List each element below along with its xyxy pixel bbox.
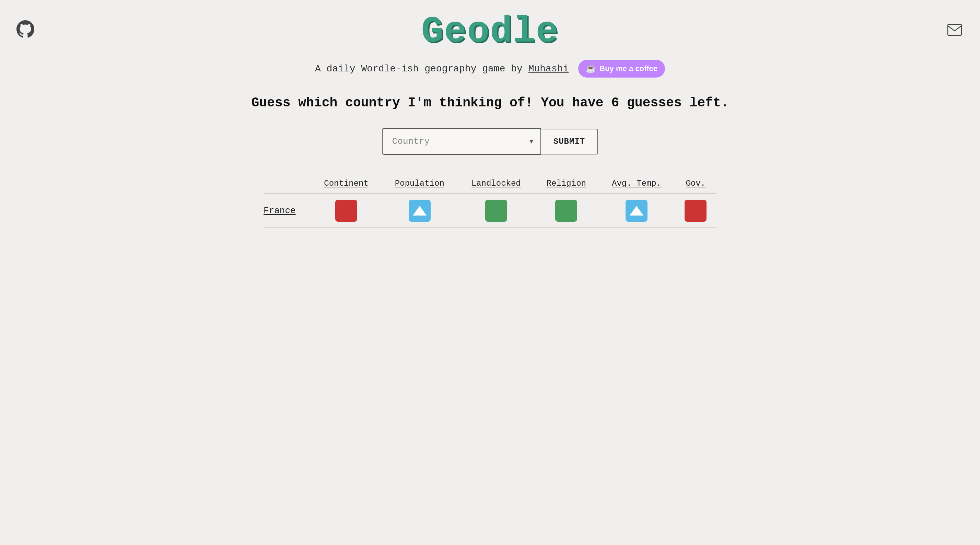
landlocked-column-header: Landlocked (458, 175, 534, 194)
avg-temp-column-header: Avg. Temp. (598, 175, 675, 194)
gov-indicator (684, 200, 706, 222)
continent-column-header: Continent (311, 175, 382, 194)
table-container: Continent Population Landlocked Religion… (250, 175, 730, 228)
svg-rect-0 (948, 24, 961, 35)
subtitle-text: A daily Wordle-ish geography game by Muh… (315, 64, 569, 74)
religion-indicator (555, 200, 577, 222)
mail-icon-container[interactable] (946, 21, 964, 39)
avg-temp-indicator (625, 200, 648, 222)
continent-indicator (335, 200, 357, 222)
submit-button[interactable]: SUBMIT (541, 129, 598, 155)
github-icon[interactable] (16, 20, 34, 40)
religion-column-header: Religion (534, 175, 598, 194)
table-row: France (264, 194, 716, 228)
buy-coffee-button[interactable]: ☕ Buy me a coffee (578, 60, 665, 78)
gov-cell (675, 194, 716, 228)
landlocked-indicator (485, 200, 507, 222)
religion-cell (534, 194, 598, 228)
coffee-icon: ☕ (586, 64, 596, 73)
gov-column-header: Gov. (675, 175, 716, 194)
continent-cell (311, 194, 382, 228)
country-cell: France (264, 194, 311, 228)
country-select-wrapper: Country ▼ (382, 128, 541, 155)
country-column-header (264, 175, 311, 194)
guesses-table: Continent Population Landlocked Religion… (264, 175, 716, 228)
input-row: Country ▼ SUBMIT (382, 128, 598, 155)
author-link[interactable]: Muhashi (528, 64, 569, 74)
header: Geodle (0, 0, 980, 50)
table-header-row: Continent Population Landlocked Religion… (264, 175, 716, 194)
avg-temp-cell (598, 194, 675, 228)
subtitle-row: A daily Wordle-ish geography game by Muh… (315, 60, 665, 78)
population-cell (381, 194, 458, 228)
landlocked-cell (458, 194, 534, 228)
population-column-header: Population (381, 175, 458, 194)
page-title: Geodle (422, 13, 559, 50)
guess-prompt: Guess which country I'm thinking of! You… (237, 96, 742, 110)
population-indicator (409, 200, 431, 222)
arrow-up-icon-2 (630, 206, 643, 215)
country-select[interactable]: Country (383, 129, 541, 154)
arrow-up-icon (413, 206, 426, 215)
